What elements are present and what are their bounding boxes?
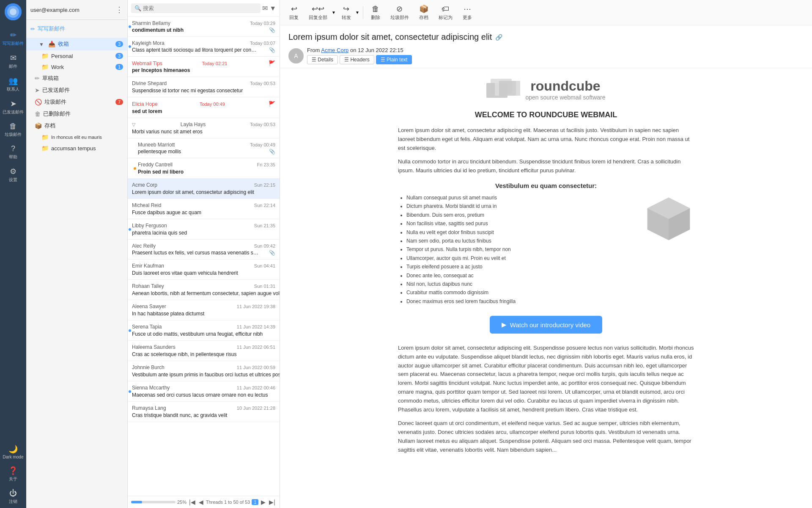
folder-junk[interactable]: 🚫 垃圾邮件 7 <box>26 96 127 108</box>
settings-icon: ⚙ <box>10 167 16 176</box>
personal-folder-label: Personal <box>51 53 73 59</box>
table-row[interactable]: Kayleigh Mora Today 03:07 Class aptent t… <box>128 37 280 57</box>
reply-all-button[interactable]: ↩↩ 回复全部 <box>304 3 332 22</box>
logout-icon: ⏻ <box>9 489 17 498</box>
last-page-button[interactable]: ▶| <box>268 499 276 505</box>
tab-headers[interactable]: ☰ Headers <box>340 55 374 64</box>
tab-details[interactable]: ☰ Details <box>307 55 338 64</box>
delete-button[interactable]: 🗑 删除 <box>367 3 384 22</box>
folder-work[interactable]: 📁 Work 1 <box>26 61 127 72</box>
sidebar-item-darkmode[interactable]: 🌙 Dark mode <box>0 441 26 463</box>
email-sender: Rohaan Talley <box>132 283 164 289</box>
table-row[interactable]: ▽ Layla Hays Today 00:53 Morbi varius nu… <box>128 118 280 138</box>
table-row[interactable]: Freddy Cantrell Fri 23:35 Proin sed mi l… <box>128 158 280 179</box>
compose-button[interactable]: ✏ 写写新邮件 <box>30 23 123 34</box>
table-row[interactable]: Emir Kaufman Sun 04:41 Duis laoreet eros… <box>128 260 280 280</box>
table-row[interactable]: Rohaan Talley Sun 01:31 Aenean lobortis,… <box>128 280 280 300</box>
email-subject: pellentesque mollis <box>138 149 181 155</box>
body-paragraph-1: Lorem ipsum dolor sit amet, consectetur … <box>398 126 694 152</box>
rhoncus-folder-label: In rhoncus elit eu mauris <box>51 135 102 140</box>
drafts-folder-label: 草稿箱 <box>42 75 59 82</box>
mark-button[interactable]: 🏷 标记为 <box>434 3 457 22</box>
table-row[interactable]: Libby Ferguson Sun 21:35 pharetra lacini… <box>128 219 280 240</box>
sidebar-item-logout[interactable]: ⏻ 注销 <box>0 486 26 508</box>
sidebar-item-about[interactable]: ❓ 关于 <box>0 463 26 486</box>
sidebar-item-contacts[interactable]: 👥 联系人 <box>0 73 26 96</box>
search-box[interactable]: 🔍 <box>131 3 261 13</box>
watch-video-button[interactable]: ▶ Watch our introductory video <box>490 316 602 334</box>
mark-label: 标记为 <box>439 14 453 21</box>
next-page-button[interactable]: ▶ <box>260 499 266 505</box>
attachment-icon: 📎 <box>269 47 275 53</box>
email-list-options-icon[interactable]: ✉ <box>262 4 268 12</box>
email-sender: Aleena Sawyer <box>132 304 166 309</box>
reply-button[interactable]: ↩ 回复 <box>285 3 303 22</box>
tab-plain-text[interactable]: ☰ Plain text <box>376 55 412 64</box>
folder-inbox[interactable]: ▼ 📥 收箱 3 <box>26 38 127 50</box>
table-row[interactable]: Alec Reilly Sun 09:42 Praesent luctus ex… <box>128 240 280 260</box>
forward-dropdown[interactable]: ↪ 转发 ▼ <box>337 3 359 22</box>
more-button[interactable]: ⋯ 更多 <box>458 3 476 22</box>
email-received-date: on 12 Jun 2022 22:15 <box>350 47 403 53</box>
reply-all-dropdown[interactable]: ↩↩ 回复全部 ▼ <box>304 3 336 22</box>
reply-all-dropdown-arrow[interactable]: ▼ <box>332 10 336 15</box>
sidebar-item-mail[interactable]: ✉ 邮件 <box>0 50 26 73</box>
folder-deleted[interactable]: 🗑 已删除邮件 <box>26 108 127 120</box>
list-item: Nisl non, luctus dapibus nunc <box>406 280 635 288</box>
table-row[interactable]: Sharmin Bellamy Today 03:29 condimentum … <box>128 17 280 37</box>
table-row[interactable]: Muneeb Marriott Today 00:49 pellentesque… <box>128 138 280 158</box>
table-row[interactable]: Serena Tapia 11 Jun 2022 14:39 Fusce ut … <box>128 320 280 341</box>
account-email: user@example.com <box>30 7 80 13</box>
table-row[interactable]: Divine Shepard Today 00:53 Suspendisse i… <box>128 77 280 97</box>
folder-drafts[interactable]: ✏ 草稿箱 <box>26 72 127 84</box>
forward-dropdown-arrow[interactable]: ▼ <box>355 10 359 15</box>
list-item: Nam sem odio, porta eu luctus finibus <box>406 237 635 245</box>
table-row[interactable]: Micheal Reid Sun 22:14 Fusce dapibus aug… <box>128 199 280 219</box>
welcome-title: WELCOME TO ROUNDCUBE WEBMAIL <box>398 110 694 119</box>
external-link-icon[interactable]: 🔗 <box>495 34 502 41</box>
email-view-panel: ↩ 回复 ↩↩ 回复全部 ▼ ↪ 转发 ▼ 🗑 删除 ⊘ 垃圾部件 📦 <box>280 0 812 508</box>
table-row[interactable]: Acme Corp Sun 22:15 Lorem ipsum dolor si… <box>128 179 280 199</box>
list-item: Donec ante leo, consequat ac <box>406 271 635 280</box>
thread-collapse-icon[interactable]: ▽ <box>132 122 135 127</box>
reply-all-icon: ↩↩ <box>312 4 324 14</box>
email-list-filter-icon[interactable]: ▼ <box>269 5 276 12</box>
sender-link[interactable]: Acme Corp <box>321 47 348 53</box>
sidebar-item-help[interactable]: ? 帮助 <box>0 141 26 163</box>
forward-button[interactable]: ↪ 转发 <box>337 3 355 22</box>
table-row[interactable]: Elicia Hope Today 00:49 🚩 sed ut lorem <box>128 97 280 118</box>
email-subject: Class aptent taciti sociosqu ad litora t… <box>132 47 259 53</box>
junk-button[interactable]: ⊘ 垃圾部件 <box>386 3 413 22</box>
table-row[interactable]: Aleena Sawyer 11 Jun 2022 19:38 In hac h… <box>128 300 280 320</box>
folder-rhoncus[interactable]: 📁 In rhoncus elit eu mauris <box>26 132 127 143</box>
archive-button[interactable]: 📦 存档 <box>415 3 433 22</box>
folders-panel: user@example.com ⋮ ✏ 写写新邮件 ▼ 📥 收箱 3 📁 Pe… <box>26 0 128 508</box>
email-sender: Muneeb Marriott <box>138 142 175 148</box>
personal-badge: 3 <box>115 53 123 59</box>
email-sender: Rumaysa Lang <box>132 405 166 411</box>
sidebar-item-settings[interactable]: ⚙ 设置 <box>0 163 26 186</box>
table-row[interactable]: Sienna Mccarthy 11 Jun 2022 00:46 Maecen… <box>128 381 280 402</box>
search-input[interactable] <box>143 5 257 11</box>
vestibulum-content: Nullam consequat purus sit amet maurisDi… <box>398 193 694 306</box>
table-row[interactable]: Webmail Tips Today 02:21 🚩 per Inceptos … <box>128 57 280 77</box>
table-row[interactable]: Johnnie Burch 11 Jun 2022 00:59 Vestibul… <box>128 361 280 381</box>
sent-folder-label: 已发送邮件 <box>42 86 70 94</box>
account-menu-button[interactable]: ⋮ <box>115 5 123 14</box>
folder-sent[interactable]: ➤ 已发送邮件 <box>26 84 127 96</box>
personal-folder-icon: 📁 <box>41 52 49 59</box>
folder-personal[interactable]: 📁 Personal 3 <box>26 50 127 61</box>
prev-page-button[interactable]: ◀ <box>198 499 204 505</box>
folder-archive[interactable]: 📦 存档 <box>26 120 127 132</box>
email-date: 11 Jun 2022 19:38 <box>237 304 275 309</box>
sidebar-item-compose[interactable]: ✏ 写写新邮件 <box>0 27 26 50</box>
archive-folder-icon: 📦 <box>35 122 42 129</box>
mark-icon: 🏷 <box>442 5 449 14</box>
email-body: roundcube open source webmail software W… <box>280 68 812 508</box>
sidebar-item-sent[interactable]: ➤ 已发送邮件 <box>0 96 26 119</box>
first-page-button[interactable]: |◀ <box>188 499 196 505</box>
table-row[interactable]: Haleema Saunders 11 Jun 2022 06:51 Cras … <box>128 341 280 361</box>
table-row[interactable]: Rumaysa Lang 10 Jun 2022 21:28 Cras tris… <box>128 402 280 422</box>
folder-accumsan[interactable]: 📁 accumsan tempus <box>26 143 127 154</box>
sidebar-item-trash[interactable]: 🗑 垃圾邮件 <box>0 119 26 141</box>
